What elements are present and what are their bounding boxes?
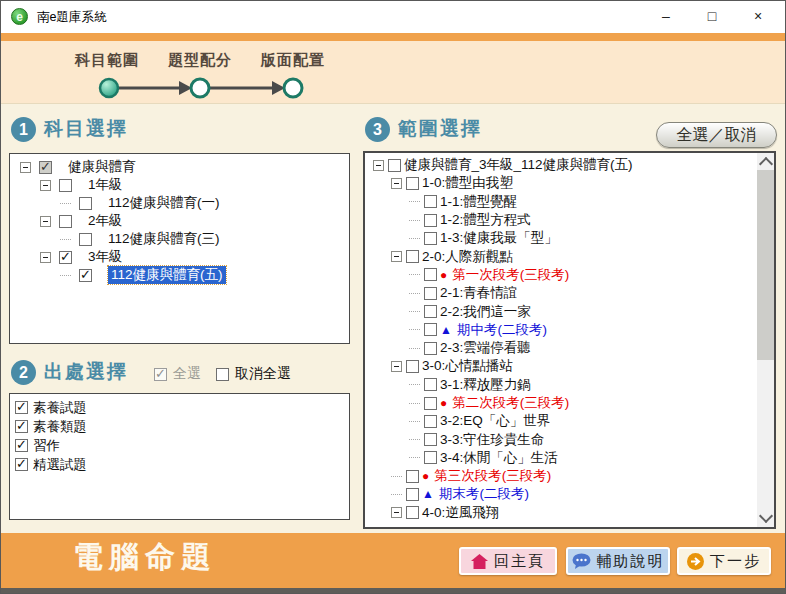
tree-item-label[interactable]: 1-0:體型由我塑 xyxy=(422,174,513,192)
source-label[interactable]: 精選試題 xyxy=(33,456,87,474)
tree-expander-icon[interactable] xyxy=(409,196,420,207)
tree-item-label[interactable]: 1-3:健康我最「型」 xyxy=(440,229,558,247)
subject-tree-row[interactable]: 112健康與體育(三) xyxy=(10,230,349,248)
subject-tree-row[interactable]: 112健康與體育(一) xyxy=(10,194,349,212)
tree-item-label[interactable]: 期末考(二段考) xyxy=(439,485,529,503)
tree-item-label[interactable]: 2-2:我們這一家 xyxy=(440,303,531,321)
tree-expander-icon[interactable] xyxy=(409,379,420,390)
tree-checkbox[interactable] xyxy=(79,269,92,282)
range-tree-row[interactable]: 4-0:逆風飛翔 xyxy=(365,504,774,522)
tree-item-label[interactable]: 第三次段考(三段考) xyxy=(434,467,551,485)
source-checkbox[interactable] xyxy=(15,420,28,433)
range-tree-row[interactable]: 3-3:守住珍貴生命 xyxy=(365,430,774,448)
vertical-scrollbar[interactable] xyxy=(757,153,774,527)
tree-expander-icon[interactable] xyxy=(409,398,420,409)
tree-checkbox[interactable] xyxy=(406,470,419,483)
tree-expander-icon[interactable] xyxy=(391,489,402,500)
range-tree-row[interactable]: 3-4:休閒「心」生活 xyxy=(365,449,774,467)
range-tree-row[interactable]: 1-3:健康我最「型」 xyxy=(365,229,774,247)
range-tree-row[interactable]: 3-2:EQ「心」世界 xyxy=(365,412,774,430)
source-list-item[interactable]: 習作 xyxy=(15,436,349,455)
tree-checkbox[interactable] xyxy=(79,233,92,246)
range-tree-row[interactable]: ● 第二次段考(三段考) xyxy=(365,394,774,412)
tree-expander-icon[interactable] xyxy=(409,269,420,280)
tree-expander-icon[interactable] xyxy=(409,215,420,226)
tree-expander-icon[interactable] xyxy=(409,306,420,317)
tree-checkbox[interactable] xyxy=(59,251,72,264)
maximize-button[interactable]: □ xyxy=(689,1,735,33)
tree-expander-icon[interactable] xyxy=(409,343,420,354)
deselect-all-checkbox[interactable]: 取消全選 xyxy=(216,365,291,383)
subject-tree-row[interactable]: 112健康與體育(五) xyxy=(10,266,349,284)
tree-expander-icon[interactable] xyxy=(40,180,51,191)
tree-item-label[interactable]: 3-3:守住珍貴生命 xyxy=(440,431,544,449)
tree-checkbox[interactable] xyxy=(388,159,401,172)
tree-item-label[interactable]: 2-1:青春情誼 xyxy=(440,284,517,302)
range-tree-row[interactable]: ● 第三次段考(三段考) xyxy=(365,467,774,485)
tree-checkbox[interactable] xyxy=(424,433,437,446)
subject-tree-row[interactable]: 2年級 xyxy=(10,212,349,230)
tree-expander-icon[interactable] xyxy=(391,361,402,372)
tree-checkbox[interactable] xyxy=(79,197,92,210)
tree-item-label[interactable]: 1-2:體型方程式 xyxy=(440,211,531,229)
tree-checkbox[interactable] xyxy=(424,214,437,227)
tree-checkbox[interactable] xyxy=(424,342,437,355)
tree-item-label[interactable]: 2-0:人際新觀點 xyxy=(422,248,513,266)
range-tree-row[interactable]: ▲ 期末考(二段考) xyxy=(365,485,774,503)
tree-expander-icon[interactable] xyxy=(409,416,420,427)
tree-expander-icon[interactable] xyxy=(40,216,51,227)
select-all-box-icon[interactable] xyxy=(154,368,167,381)
tree-checkbox[interactable] xyxy=(424,397,437,410)
tree-checkbox[interactable] xyxy=(424,268,437,281)
range-tree-row[interactable]: 2-2:我們這一家 xyxy=(365,302,774,320)
range-tree-row[interactable]: 1-2:體型方程式 xyxy=(365,211,774,229)
tree-item-label[interactable]: 112健康與體育(五) xyxy=(108,266,226,284)
tree-item-label[interactable]: 第二次段考(三段考) xyxy=(452,394,569,412)
tree-item-label[interactable]: 健康與體育_3年級_112健康與體育(五) xyxy=(404,156,633,174)
tree-expander-icon[interactable] xyxy=(60,198,71,209)
tree-item-label[interactable]: 4-0:逆風飛翔 xyxy=(422,504,499,522)
tree-item-label[interactable]: 3-2:EQ「心」世界 xyxy=(440,412,550,430)
source-checkbox[interactable] xyxy=(15,439,28,452)
tree-checkbox[interactable] xyxy=(39,161,52,174)
range-tree-row[interactable]: 3-1:釋放壓力鍋 xyxy=(365,376,774,394)
tree-expander-icon[interactable] xyxy=(20,162,31,173)
tree-item-label[interactable]: 2-3:雲端停看聽 xyxy=(440,339,531,357)
tree-checkbox[interactable] xyxy=(424,451,437,464)
tree-item-label[interactable]: 1-1:體型覺醒 xyxy=(440,193,517,211)
tree-expander-icon[interactable] xyxy=(409,288,420,299)
scroll-up-icon[interactable] xyxy=(759,157,773,171)
range-tree-row[interactable]: 2-3:雲端停看聽 xyxy=(365,339,774,357)
select-all-checkbox[interactable]: 全選 xyxy=(154,365,201,383)
tree-item-label[interactable]: 112健康與體育(一) xyxy=(108,194,220,212)
tree-checkbox[interactable] xyxy=(424,287,437,300)
tree-item-label[interactable]: 3年級 xyxy=(88,248,123,266)
subject-tree-row[interactable]: 1年級 xyxy=(10,176,349,194)
tree-item-label[interactable]: 3-4:休閒「心」生活 xyxy=(440,449,558,467)
tree-checkbox[interactable] xyxy=(406,488,419,501)
tree-checkbox[interactable] xyxy=(424,378,437,391)
subject-tree-row[interactable]: 3年級 xyxy=(10,248,349,266)
source-list-item[interactable]: 素養試題 xyxy=(15,398,349,417)
range-tree-row[interactable]: 2-1:青春情誼 xyxy=(365,284,774,302)
source-label[interactable]: 習作 xyxy=(33,437,60,455)
tree-checkbox[interactable] xyxy=(406,360,419,373)
tree-item-label[interactable]: 1年級 xyxy=(88,176,123,194)
deselect-all-box-icon[interactable] xyxy=(216,368,229,381)
range-tree-row[interactable]: 3-0:心情點播站 xyxy=(365,357,774,375)
tree-expander-icon[interactable] xyxy=(391,507,402,518)
scroll-down-icon[interactable] xyxy=(759,509,773,523)
tree-checkbox[interactable] xyxy=(424,232,437,245)
minimize-button[interactable]: – xyxy=(643,1,689,33)
tree-checkbox[interactable] xyxy=(406,250,419,263)
tree-expander-icon[interactable] xyxy=(409,452,420,463)
tree-item-label[interactable]: 3-1:釋放壓力鍋 xyxy=(440,376,531,394)
tree-expander-icon[interactable] xyxy=(391,251,402,262)
source-checkbox[interactable] xyxy=(15,458,28,471)
close-button[interactable]: × xyxy=(735,1,781,33)
range-tree-row[interactable]: 健康與體育_3年級_112健康與體育(五) xyxy=(365,156,774,174)
tree-item-label[interactable]: 2年級 xyxy=(88,212,123,230)
select-toggle-button[interactable]: 全選／取消 xyxy=(656,122,777,148)
tree-expander-icon[interactable] xyxy=(409,324,420,335)
tree-checkbox[interactable] xyxy=(424,415,437,428)
